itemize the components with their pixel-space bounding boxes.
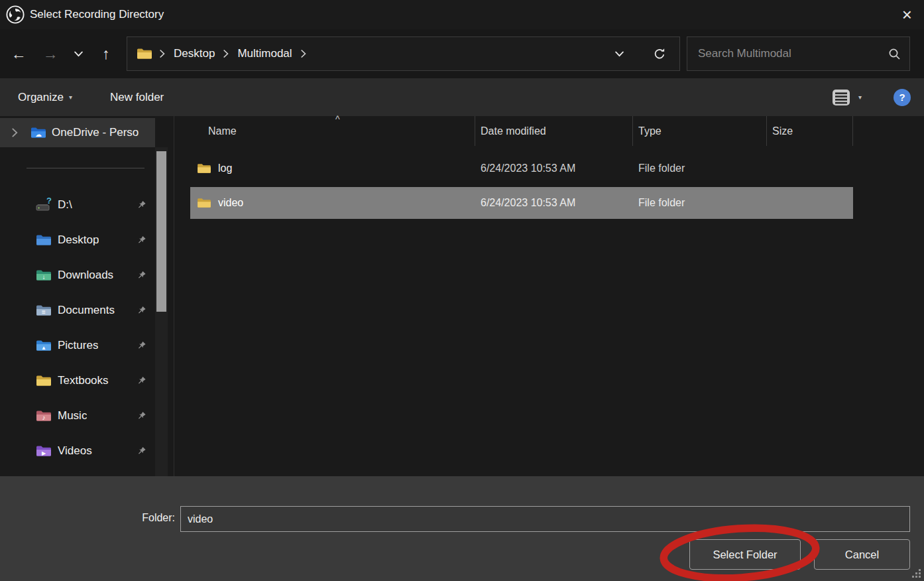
recent-locations-button[interactable] xyxy=(69,51,87,57)
sidebar-item-label: Desktop xyxy=(58,233,99,247)
folder-icon xyxy=(197,162,211,174)
search-box xyxy=(687,36,910,71)
pin-icon[interactable] xyxy=(137,341,146,351)
back-button[interactable]: ← xyxy=(7,45,30,63)
main-content: ☁ OneDrive - Perso ? D:\ xyxy=(0,116,924,476)
file-name: log xyxy=(218,162,232,174)
folder-name-input[interactable] xyxy=(180,506,910,532)
sidebar-item-downloads[interactable]: ↓ Downloads xyxy=(0,265,155,285)
window-title: Select Recording Directory xyxy=(30,8,164,21)
breadcrumb-item-desktop[interactable]: Desktop xyxy=(172,47,216,60)
sidebar-item-videos[interactable]: ▶ Videos xyxy=(0,441,155,461)
file-row-log[interactable]: log 6/24/2023 10:53 AM File folder xyxy=(190,153,853,184)
file-name: video xyxy=(218,197,243,209)
sidebar-item-label: Documents xyxy=(58,304,115,317)
column-header-size[interactable]: Size xyxy=(767,116,853,146)
file-date-modified: 6/24/2023 10:53 AM xyxy=(475,162,633,174)
breadcrumb-separator-icon xyxy=(160,50,165,58)
column-header-date-modified[interactable]: Date modified xyxy=(475,116,633,146)
address-bar[interactable]: Desktop Multimodal xyxy=(127,36,680,71)
pin-icon[interactable] xyxy=(137,446,146,456)
select-folder-button[interactable]: Select Folder xyxy=(689,539,801,570)
organize-button[interactable]: Organize ▾ xyxy=(18,91,72,104)
dialog-footer: Folder: Select Folder Cancel xyxy=(0,476,924,581)
download-arrow-icon: ↓ xyxy=(36,273,52,281)
organize-label: Organize xyxy=(18,91,64,104)
sidebar-item-d-drive[interactable]: ? D:\ xyxy=(0,195,155,215)
up-icon: ↑ xyxy=(102,45,110,62)
select-recording-directory-dialog: Select Recording Directory × ← → ↑ Deskt… xyxy=(0,0,924,581)
pin-icon[interactable] xyxy=(137,271,146,281)
close-button[interactable]: × xyxy=(898,3,916,26)
document-lines-icon: ≡ xyxy=(36,308,52,316)
pin-icon[interactable] xyxy=(137,200,146,210)
file-date-modified: 6/24/2023 10:53 AM xyxy=(475,197,633,209)
refresh-button[interactable] xyxy=(653,47,666,60)
address-dropdown-button[interactable] xyxy=(615,51,624,57)
videos-folder-icon: ▶ xyxy=(36,444,52,458)
search-input[interactable] xyxy=(687,47,888,60)
change-view-button[interactable]: ▾ xyxy=(831,88,862,107)
navigation-pane: ☁ OneDrive - Perso ? D:\ xyxy=(0,116,174,476)
folder-icon xyxy=(197,197,211,209)
close-icon: × xyxy=(902,5,912,25)
folder-icon xyxy=(36,374,52,387)
file-name-cell: log xyxy=(190,162,475,174)
disconnected-question-icon: ? xyxy=(46,196,52,205)
up-button[interactable]: ↑ xyxy=(94,45,118,63)
music-folder-icon: ♪ xyxy=(36,409,52,422)
new-folder-button[interactable]: New folder xyxy=(110,91,164,104)
dialog-toolbar: Organize ▾ New folder ▾ ? xyxy=(0,78,924,116)
resize-grip-icon[interactable] xyxy=(910,567,922,579)
file-type: File folder xyxy=(633,197,767,209)
sidebar-item-music[interactable]: ♪ Music xyxy=(0,406,155,426)
sidebar-item-label: Textbooks xyxy=(58,374,109,387)
breadcrumb-separator-icon xyxy=(301,50,306,58)
file-type: File folder xyxy=(633,162,767,174)
cancel-button[interactable]: Cancel xyxy=(814,539,910,570)
sidebar-item-label: Music xyxy=(58,409,87,422)
details-view-icon xyxy=(831,88,851,107)
documents-folder-icon: ≡ xyxy=(36,304,52,317)
file-name-cell: video xyxy=(190,197,475,209)
back-icon: ← xyxy=(11,45,27,62)
desktop-folder-icon xyxy=(36,233,52,247)
sidebar-item-textbooks[interactable]: Textbooks xyxy=(0,371,155,391)
sidebar-item-label: D:\ xyxy=(58,198,72,212)
pin-icon[interactable] xyxy=(137,235,146,245)
music-note-icon: ♪ xyxy=(36,414,52,421)
folder-icon xyxy=(137,47,152,60)
new-folder-label: New folder xyxy=(110,91,164,104)
onedrive-folder-icon: ☁ xyxy=(30,126,46,139)
file-row-video-selected[interactable]: video 6/24/2023 10:53 AM File folder xyxy=(190,187,853,219)
downloads-folder-icon: ↓ xyxy=(36,269,52,282)
sidebar-scrollbar-track[interactable] xyxy=(155,147,168,476)
help-button[interactable]: ? xyxy=(894,89,911,106)
forward-button[interactable]: → xyxy=(38,45,62,63)
folder-field-label: Folder: xyxy=(0,512,175,524)
navigation-bar: ← → ↑ Desktop Multimodal xyxy=(0,29,924,78)
obs-logo-icon xyxy=(5,5,25,25)
help-icon: ? xyxy=(899,92,905,103)
sidebar-scrollbar-thumb[interactable] xyxy=(156,151,166,312)
forward-icon: → xyxy=(43,45,58,62)
chevron-right-icon[interactable] xyxy=(12,128,18,137)
titlebar: Select Recording Directory × xyxy=(0,0,924,29)
chevron-down-icon: ▾ xyxy=(858,94,862,101)
mountain-icon: ▲ xyxy=(36,344,52,352)
breadcrumb-item-multimodal[interactable]: Multimodal xyxy=(236,47,293,60)
sidebar-item-label: Pictures xyxy=(58,339,98,352)
pin-icon[interactable] xyxy=(137,376,146,386)
network-drive-icon: ? xyxy=(36,198,52,212)
pin-icon[interactable] xyxy=(137,411,146,421)
sidebar-item-documents[interactable]: ≡ Documents xyxy=(0,300,155,320)
pin-icon[interactable] xyxy=(137,306,146,316)
chevron-down-icon xyxy=(615,51,624,57)
sidebar-item-pictures[interactable]: ▲ Pictures xyxy=(0,336,155,355)
sort-ascending-icon: ^ xyxy=(335,114,340,125)
sidebar-item-onedrive[interactable]: ☁ OneDrive - Perso xyxy=(0,118,155,147)
column-header-name[interactable]: Name xyxy=(174,116,475,146)
column-header-type[interactable]: Type xyxy=(633,116,767,146)
sidebar-item-desktop[interactable]: Desktop xyxy=(0,230,155,250)
column-header-filler xyxy=(853,116,924,146)
